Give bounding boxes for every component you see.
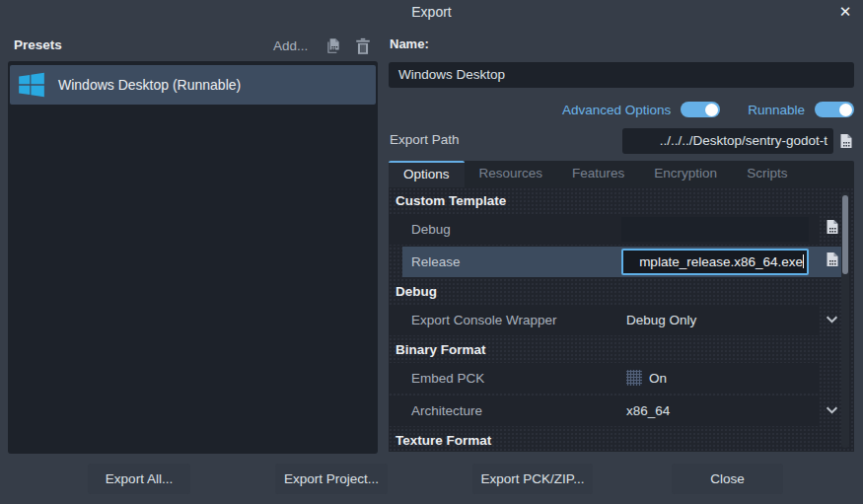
architecture-dropdown[interactable]: x86_64 xyxy=(626,395,670,427)
debug-template-label: Debug xyxy=(411,213,451,246)
embed-pck-label: Embed PCK xyxy=(411,362,484,395)
release-template-label: Release xyxy=(411,246,461,278)
toggle-knob xyxy=(839,104,852,116)
row-export-console-wrapper: Export Console Wrapper Debug Only xyxy=(389,304,854,336)
console-wrapper-dropdown[interactable]: Debug Only xyxy=(626,304,696,336)
section-texture-format: Texture Format xyxy=(389,427,854,452)
name-input[interactable]: Windows Desktop xyxy=(389,62,854,88)
export-pck-zip-button[interactable]: Export PCK/ZIP... xyxy=(472,464,593,494)
windows-logo-icon xyxy=(18,71,45,99)
tab-bar: Options Resources Features Encryption Sc… xyxy=(389,161,854,187)
tab-resources[interactable]: Resources xyxy=(465,161,558,187)
presets-heading: Presets xyxy=(14,37,62,52)
tab-features[interactable]: Features xyxy=(557,161,639,187)
runnable-toggle[interactable] xyxy=(815,102,854,117)
architecture-label: Architecture xyxy=(411,395,482,427)
tab-scripts[interactable]: Scripts xyxy=(732,161,802,187)
section-custom-template: Custom Template xyxy=(389,187,854,213)
export-path-browse-icon[interactable] xyxy=(838,130,855,152)
embed-pck-checkbox[interactable] xyxy=(626,370,642,386)
export-path-label: Export Path xyxy=(390,132,460,147)
advanced-options-toggle[interactable] xyxy=(681,102,720,117)
scrollbar-thumb[interactable] xyxy=(842,195,848,274)
export-settings-panel: Name: Windows Desktop Advanced Options R… xyxy=(389,0,854,504)
debug-template-input[interactable] xyxy=(621,217,809,242)
advanced-options-label: Advanced Options xyxy=(562,103,671,117)
preset-item-windows-desktop[interactable]: Windows Desktop (Runnable) xyxy=(10,65,376,105)
toggle-knob xyxy=(705,104,718,116)
close-button[interactable]: Close xyxy=(672,464,783,494)
row-custom-template-release: Release mplate_release.x86_64.exe xyxy=(389,246,854,278)
debug-template-browse-icon[interactable] xyxy=(825,219,842,239)
delete-preset-icon[interactable] xyxy=(354,37,372,55)
tab-options[interactable]: Options xyxy=(389,161,465,187)
export-project-button[interactable]: Export Project... xyxy=(275,464,388,494)
options-scrollbar[interactable] xyxy=(841,191,849,448)
duplicate-preset-icon[interactable] xyxy=(324,37,342,55)
add-preset-button[interactable]: Add... xyxy=(273,38,308,53)
section-debug: Debug xyxy=(389,278,854,304)
toggle-row: Advanced Options Runnable xyxy=(562,99,854,120)
runnable-label: Runnable xyxy=(748,103,805,117)
release-template-value: mplate_release.x86_64.exe xyxy=(639,254,803,269)
export-dialog: Export ✕ Presets Add... Windows Desktop … xyxy=(0,0,863,504)
row-custom-template-debug: Debug xyxy=(389,213,854,246)
preset-item-label: Windows Desktop (Runnable) xyxy=(58,77,241,93)
release-template-browse-icon[interactable] xyxy=(825,252,842,271)
console-wrapper-label: Export Console Wrapper xyxy=(411,304,557,336)
name-label: Name: xyxy=(390,36,429,51)
row-embed-pck: Embed PCK On xyxy=(389,362,854,395)
tab-encryption[interactable]: Encryption xyxy=(639,161,732,187)
row-architecture: Architecture x86_64 xyxy=(389,395,854,427)
export-all-button[interactable]: Export All... xyxy=(88,464,190,494)
release-template-input[interactable]: mplate_release.x86_64.exe xyxy=(621,249,809,275)
chevron-down-icon[interactable] xyxy=(826,405,838,415)
chevron-down-icon[interactable] xyxy=(826,315,838,324)
text-caret xyxy=(803,254,804,268)
section-binary-format: Binary Format xyxy=(389,336,854,362)
presets-list: Windows Desktop (Runnable) xyxy=(8,61,378,454)
options-content: Custom Template Debug Release mplate_rel… xyxy=(389,187,854,452)
export-path-input[interactable]: ../../../Desktop/sentry-godot-t xyxy=(622,128,833,154)
embed-pck-state: On xyxy=(649,362,667,395)
